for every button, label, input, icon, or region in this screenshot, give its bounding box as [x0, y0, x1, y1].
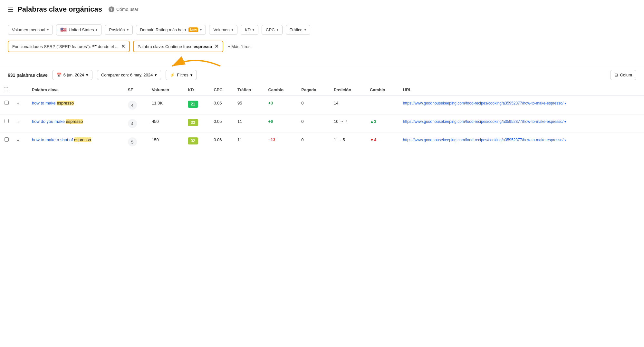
calendar-icon: 📅 [56, 73, 62, 77]
row-checkbox[interactable] [5, 137, 9, 142]
close-icon[interactable]: ✕ [215, 44, 219, 49]
chevron-down-icon: ▾ [155, 73, 157, 77]
keyword-highlight: espresso [66, 119, 83, 124]
table-header-row: Palabra clave SF Volumen KD CPC Tráfico … [0, 84, 644, 96]
united-states-label: United States [69, 27, 94, 32]
flag-icon: 🇺🇸 [60, 27, 67, 33]
cpc-filter[interactable]: CPC ▾ [262, 25, 282, 35]
kd-badge: 21 [188, 101, 198, 108]
columns-button[interactable]: ⊞ Colum [610, 70, 636, 80]
trafico-filter[interactable]: Tráfico ▾ [286, 25, 310, 35]
volume-cell: 11.0K [148, 96, 184, 114]
position-cell: 14 [330, 96, 366, 114]
add-keyword-button[interactable]: + [17, 137, 20, 143]
add-keyword-button[interactable]: + [17, 119, 20, 124]
pagada-cell: 0 [297, 96, 330, 114]
date-label: 6 jun. 2024 [63, 73, 84, 77]
table-row: +how do you make espresso4450330.0511+60… [0, 114, 644, 133]
more-filters-button[interactable]: + Más filtros [226, 42, 252, 51]
kd-badge: 33 [188, 119, 198, 126]
volume-header[interactable]: Volumen [148, 84, 184, 96]
url-dropdown-icon[interactable]: ▾ [563, 120, 566, 124]
position-cell: 1 → 5 [330, 133, 366, 151]
keyword-header[interactable]: Palabra clave [28, 84, 124, 96]
sf-badge: 4 [128, 119, 137, 128]
domain-rating-label: Domain Rating más bajo [140, 27, 186, 32]
chevron-down-icon: ▾ [96, 28, 97, 32]
url-link[interactable]: https://www.goodhousekeeping.com/food-re… [403, 101, 563, 105]
volume-cell: 150 [148, 133, 184, 151]
pagada-cell: 0 [297, 133, 330, 151]
add-keyword-button[interactable]: + [17, 101, 20, 106]
filtros-button[interactable]: ⚡ Filtros ▾ [166, 70, 197, 80]
cpc-header[interactable]: CPC [210, 84, 234, 96]
select-all-checkbox[interactable] [4, 87, 8, 91]
united-states-filter[interactable]: 🇺🇸 United States ▾ [56, 24, 101, 35]
keyword-link[interactable]: how do you make espresso [32, 119, 83, 124]
select-all-header[interactable] [0, 84, 13, 96]
posicion-label: Posición [109, 27, 125, 32]
url-link[interactable]: https://www.goodhousekeeping.com/food-re… [403, 138, 563, 142]
cpc-label: CPC [266, 27, 274, 32]
sf-badge: 4 [128, 101, 137, 110]
kd-header[interactable]: KD [184, 84, 210, 96]
position-cell: 10 → 7 [330, 114, 366, 133]
serp-features-label: Funcionalidades SERP ("SERP features"): … [12, 44, 119, 49]
columns-icon: ⊞ [614, 73, 618, 77]
position-header[interactable]: Posición [330, 84, 366, 96]
keyword-phrase-filter[interactable]: Palabra clave: Contiene frase espresso ✕ [133, 41, 223, 52]
url-dropdown-icon[interactable]: ▾ [563, 102, 566, 105]
columns-label: Colum [620, 73, 632, 77]
filter-buttons-row: Volumen mensual ▾ 🇺🇸 United States ▾ Pos… [0, 19, 644, 41]
keyword-count: 631 palabras clave [8, 73, 48, 78]
add-col-header [13, 84, 28, 96]
menu-icon[interactable]: ☰ [8, 5, 14, 13]
position-change-cell: ▲3 [366, 114, 399, 133]
pagada-header[interactable]: Pagada [297, 84, 330, 96]
date-button[interactable]: 📅 6 jun. 2024 ▾ [52, 70, 92, 80]
help-button[interactable]: ? Cómo usar [109, 6, 138, 12]
help-label: Cómo usar [116, 7, 138, 12]
sf-badge: 5 [128, 137, 137, 146]
domain-rating-filter[interactable]: Domain Rating más bajo New ▾ [136, 25, 206, 35]
chevron-down-icon: ▾ [232, 28, 233, 32]
posicion-filter[interactable]: Posición ▾ [105, 25, 132, 35]
keyword-link[interactable]: how to make a shot of espresso [32, 137, 91, 142]
table-row: +how to make a shot of espresso5150320.0… [0, 133, 644, 151]
table-controls: 631 palabras clave 📅 6 jun. 2024 ▾ Compa… [0, 66, 644, 84]
volumen-mensual-filter[interactable]: Volumen mensual ▾ [8, 25, 53, 35]
change-header[interactable]: Cambio [264, 84, 297, 96]
chevron-down-icon: ▾ [127, 28, 129, 32]
row-checkbox[interactable] [5, 119, 9, 123]
kd-badge: 32 [188, 137, 198, 144]
keyword-link[interactable]: how to make espresso [32, 101, 74, 105]
traffic-header[interactable]: Tráfico [234, 84, 264, 96]
volumen-label: Volumen [213, 27, 230, 32]
volumen-filter[interactable]: Volumen ▾ [209, 25, 237, 35]
serp-features-filter[interactable]: Funcionalidades SERP ("SERP features"): … [8, 41, 130, 52]
chevron-down-icon: ▾ [253, 28, 254, 32]
change-cell: −13 [264, 133, 297, 151]
traffic-cell: 11 [234, 133, 264, 151]
url-dropdown-icon[interactable]: ▾ [563, 138, 566, 142]
traffic-cell: 95 [234, 96, 264, 114]
compare-button[interactable]: Comparar con: 6 may. 2024 ▾ [97, 70, 161, 80]
sf-header[interactable]: SF [124, 84, 148, 96]
chevron-down-icon: ▾ [190, 73, 193, 77]
table-row: +how to make espresso411.0K210.0595+3014… [0, 96, 644, 114]
help-icon: ? [109, 6, 114, 12]
keyword-highlight: espresso [57, 101, 74, 105]
url-header[interactable]: URL [399, 84, 644, 96]
url-link[interactable]: https://www.goodhousekeeping.com/food-re… [403, 119, 563, 124]
keyword-phrase-label: Palabra clave: Contiene frase espresso [138, 44, 212, 49]
kd-filter[interactable]: KD ▾ [241, 25, 258, 35]
position-change-cell: ▼4 [366, 133, 399, 151]
change-cell: +3 [264, 96, 297, 114]
close-icon[interactable]: ✕ [121, 44, 125, 49]
keywords-table-wrapper: Palabra clave SF Volumen KD CPC Tráfico … [0, 84, 644, 151]
row-checkbox[interactable] [5, 101, 9, 105]
chevron-down-icon: ▾ [277, 28, 278, 32]
keywords-table: Palabra clave SF Volumen KD CPC Tráfico … [0, 84, 644, 151]
volumen-mensual-label: Volumen mensual [12, 27, 45, 32]
position-change-header[interactable]: Cambio [366, 84, 399, 96]
